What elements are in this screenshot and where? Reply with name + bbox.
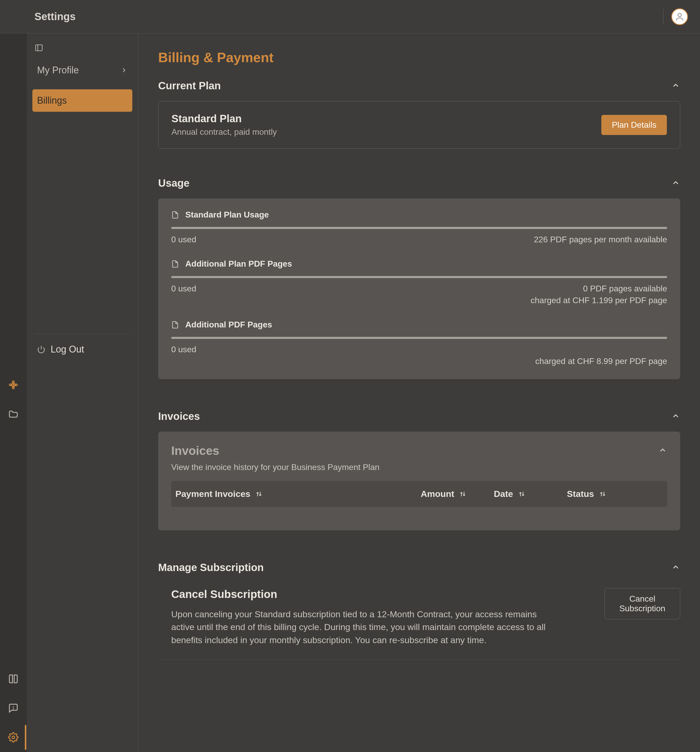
column-header-status[interactable]: Status [567,489,663,499]
section-header-manage[interactable]: Manage Subscription [158,562,680,573]
logout-label: Log Out [51,344,84,355]
section-header-invoices[interactable]: Invoices [158,410,680,422]
folder-icon [8,409,19,420]
collapse-toggle[interactable] [658,446,667,456]
column-header-payment[interactable]: Payment Invoices [175,489,421,499]
section-title: Invoices [158,410,200,422]
invoices-panel-subtitle: View the invoice history for your Busine… [171,462,667,472]
sort-icon [459,490,467,498]
invoices-panel-title: Invoices [171,444,219,458]
rail-item-network[interactable] [0,370,26,399]
usage-used: 0 used [171,284,196,294]
svg-rect-8 [36,45,42,51]
plan-subtitle: Annual contract, paid montly [171,127,277,137]
chevron-up-icon [671,563,680,572]
sidebar-item-label: Billings [37,95,67,106]
usage-block-title: Additional PDF Pages [171,320,667,329]
rail-item-feedback[interactable] [0,693,26,723]
usage-available: 0 PDF pages available [583,284,667,294]
message-icon [8,703,19,713]
collapse-toggle[interactable] [671,178,680,188]
sort-icon [255,490,263,498]
file-icon [171,321,179,329]
invoices-table-header: Payment Invoices Amount Date Status [171,481,667,507]
power-icon [37,345,45,354]
cancel-description: Upon canceling your Standard subscriptio… [171,608,560,646]
section-title: Manage Subscription [158,562,264,573]
sidebar-item-my-profile[interactable]: My Profile [33,59,132,81]
file-icon [171,260,179,268]
svg-point-0 [678,13,681,17]
section-title: Usage [158,177,189,189]
rail-item-docs[interactable] [0,664,26,693]
book-icon [8,674,19,684]
collapse-toggle[interactable] [671,563,680,573]
svg-point-4 [16,384,17,386]
file-icon [171,211,179,219]
chevron-up-icon [671,81,680,90]
user-icon [675,12,684,22]
profile-avatar-button[interactable] [671,8,688,25]
svg-point-7 [12,736,15,739]
section-title: Current Plan [158,80,221,92]
usage-rate: charged at CHF 1.199 per PDF page [171,295,667,305]
column-header-date[interactable]: Date [494,489,567,499]
section-header-current-plan[interactable]: Current Plan [158,80,680,92]
rail-item-folder[interactable] [0,399,26,429]
logout-button[interactable]: Log Out [33,334,132,355]
usage-block: Additional PDF Pages 0 used charged at C… [171,320,667,366]
usage-block: Additional Plan PDF Pages 0 used 0 PDF p… [171,259,667,305]
page-header-title: Settings [34,11,76,22]
sidebar-item-billings[interactable]: Billings [33,89,132,112]
network-icon [8,380,19,390]
chevron-up-icon [658,446,667,455]
svg-point-3 [12,387,14,389]
page-title: Billing & Payment [158,50,680,65]
cancel-subscription-box: Cancel Subscription Upon canceling your … [158,583,680,660]
settings-sidebar: My Profile Billings Log Out [26,33,138,752]
svg-point-2 [12,381,14,383]
plan-details-button[interactable]: Plan Details [601,115,667,135]
plan-card: Standard Plan Annual contract, paid mont… [158,101,680,149]
usage-panel: Standard Plan Usage 0 used 226 PDF pages… [158,199,680,379]
topbar: Settings [0,0,700,33]
cancel-subscription-button[interactable]: Cancel Subscription [604,588,680,619]
sidebar-item-label: My Profile [37,65,79,76]
usage-progress-bar [171,337,667,339]
usage-block: Standard Plan Usage 0 used 226 PDF pages… [171,210,667,244]
cancel-title: Cancel Subscription [171,588,597,601]
usage-progress-bar [171,227,667,229]
collapse-toggle[interactable] [671,81,680,91]
usage-rate: charged at CHF 8.99 per PDF page [171,356,667,366]
svg-point-1 [9,384,11,386]
sort-icon [518,490,526,498]
usage-block-title: Standard Plan Usage [171,210,667,220]
usage-block-title: Additional Plan PDF Pages [171,259,667,269]
chevron-right-icon [120,67,127,74]
plan-name: Standard Plan [171,113,277,124]
chevron-up-icon [671,178,680,187]
nav-rail [0,33,26,752]
main-content: Billing & Payment Current Plan Standard … [138,33,700,752]
svg-point-6 [13,709,14,709]
section-header-usage[interactable]: Usage [158,177,680,189]
panel-icon [34,44,43,52]
rail-item-settings[interactable] [0,723,26,752]
chevron-up-icon [671,412,680,420]
column-header-amount[interactable]: Amount [421,489,494,499]
sort-icon [599,490,607,498]
topbar-right [663,8,688,25]
invoices-panel: Invoices View the invoice history for yo… [158,432,680,530]
gear-icon [8,732,19,743]
usage-used: 0 used [171,235,196,244]
collapse-toggle[interactable] [671,412,680,421]
usage-used: 0 used [171,345,196,354]
usage-progress-bar [171,276,667,278]
usage-available: 226 PDF pages per month available [534,235,667,244]
plan-info: Standard Plan Annual contract, paid mont… [171,113,277,137]
sidebar-collapse-button[interactable] [33,41,132,59]
